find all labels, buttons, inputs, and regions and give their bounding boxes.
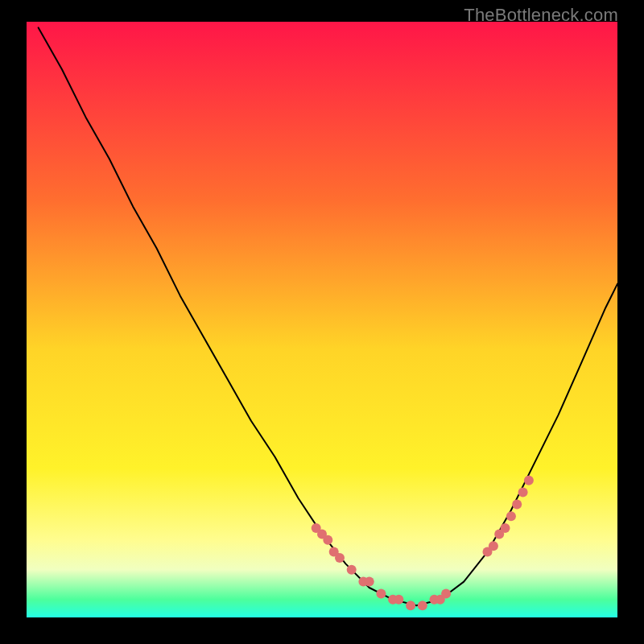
marker-dot xyxy=(376,588,386,598)
marker-dot xyxy=(441,588,451,598)
marker-dot xyxy=(512,499,522,509)
bottleneck-curve xyxy=(39,27,617,605)
marker-dot xyxy=(489,541,498,551)
marker-dot xyxy=(365,577,374,587)
marker-dot xyxy=(524,476,534,485)
chart-frame: TheBottleneck.com xyxy=(0,0,644,644)
marker-dot xyxy=(406,601,415,610)
marker-dot xyxy=(518,488,528,497)
marker-dot xyxy=(394,595,403,605)
marker-dot xyxy=(506,511,516,521)
marker-group xyxy=(312,476,534,610)
marker-dot xyxy=(418,601,427,610)
plot-area xyxy=(27,22,617,617)
chart-overlay xyxy=(27,22,617,617)
marker-dot xyxy=(347,565,357,575)
marker-dot xyxy=(335,553,345,563)
marker-dot xyxy=(323,535,332,545)
marker-dot xyxy=(501,523,510,533)
